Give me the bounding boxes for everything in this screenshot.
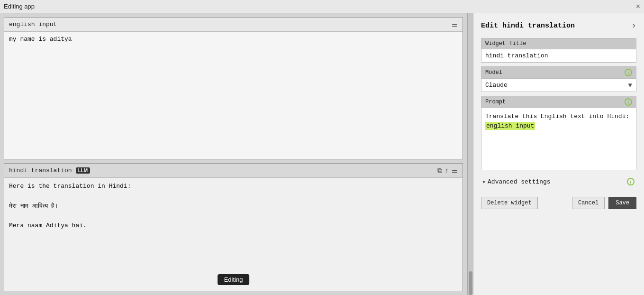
prompt-highlight: english input bbox=[485, 122, 535, 130]
save-button[interactable]: Save bbox=[608, 197, 636, 209]
advanced-settings[interactable]: ▶ Advanced settings i bbox=[481, 174, 636, 189]
right-panel-title: Edit hindi translation bbox=[481, 22, 575, 30]
widget-title-input[interactable] bbox=[481, 49, 636, 62]
prompt-content[interactable]: Translate this English text into Hindi: … bbox=[481, 108, 636, 170]
hindi-line3: Mera naam Aditya hai. bbox=[9, 221, 458, 231]
close-button[interactable]: × bbox=[636, 3, 640, 10]
model-select[interactable]: Claude GPT-4 Gemini bbox=[481, 79, 636, 92]
english-widget-content: my name is aditya bbox=[4, 32, 463, 159]
prompt-info-icon[interactable]: i bbox=[625, 98, 632, 106]
english-widget-header: english input bbox=[4, 18, 463, 32]
english-widget-title: english input bbox=[9, 21, 57, 28]
chevron-right-icon[interactable]: › bbox=[631, 21, 636, 30]
widget-title-label: Widget Title bbox=[481, 38, 636, 49]
model-info-icon[interactable]: i bbox=[625, 69, 632, 76]
right-panel-header: Edit hindi translation › bbox=[481, 21, 636, 30]
hindi-translation-widget: hindi translation LLM Here is the transl… bbox=[4, 163, 463, 291]
english-input-widget: english input my name is aditya bbox=[4, 17, 463, 159]
english-input-text: my name is aditya bbox=[9, 36, 72, 43]
app-title: Editing app bbox=[4, 3, 35, 10]
hindi-settings-icon[interactable] bbox=[452, 166, 458, 175]
prompt-section: Prompt i Translate this English text int… bbox=[481, 96, 636, 170]
right-panel: Edit hindi translation › Widget Title Mo… bbox=[473, 13, 644, 295]
prompt-text: Translate this English text into Hindi: bbox=[485, 113, 629, 120]
triangle-right-icon: ▶ bbox=[483, 179, 486, 184]
hindi-widget-header: hindi translation LLM bbox=[4, 164, 463, 178]
hindi-widget-icons bbox=[437, 166, 458, 175]
hindi-copy-icon[interactable] bbox=[437, 167, 442, 175]
left-panel-inner: english input my name is aditya hindi tr… bbox=[0, 13, 467, 295]
model-select-wrapper: Claude GPT-4 Gemini ▼ bbox=[481, 79, 636, 92]
prompt-label: Prompt i bbox=[481, 96, 636, 108]
hindi-widget-title: hindi translation bbox=[9, 167, 72, 174]
main-container: english input my name is aditya hindi tr… bbox=[0, 13, 644, 295]
english-settings-icon[interactable] bbox=[452, 20, 458, 28]
editing-badge: Editing bbox=[218, 274, 250, 285]
delete-widget-button[interactable]: Delete widget bbox=[481, 197, 538, 209]
scroll-divider bbox=[468, 13, 473, 295]
english-widget-icons bbox=[452, 20, 458, 28]
advanced-settings-left: ▶ Advanced settings bbox=[483, 178, 551, 185]
widget-title-section: Widget Title bbox=[481, 38, 636, 63]
advanced-settings-label: Advanced settings bbox=[488, 178, 551, 185]
model-label: Model i bbox=[481, 67, 636, 79]
hindi-line1: Here is the translation in Hindi: bbox=[9, 182, 458, 192]
llm-badge: LLM bbox=[76, 167, 91, 174]
model-section: Model i Claude GPT-4 Gemini ▼ bbox=[481, 66, 636, 92]
action-buttons: Delete widget Cancel Save bbox=[481, 197, 636, 209]
hindi-share-icon[interactable] bbox=[445, 167, 449, 175]
advanced-info-icon[interactable]: i bbox=[627, 178, 635, 185]
hindi-header-left: hindi translation LLM bbox=[9, 167, 90, 174]
hindi-line2: मेरा नाम आदित्य है। bbox=[9, 202, 458, 212]
cancel-button[interactable]: Cancel bbox=[572, 197, 605, 209]
scroll-thumb[interactable] bbox=[469, 271, 472, 295]
left-panel: english input my name is aditya hindi tr… bbox=[0, 13, 468, 295]
title-bar: Editing app × bbox=[0, 0, 644, 13]
